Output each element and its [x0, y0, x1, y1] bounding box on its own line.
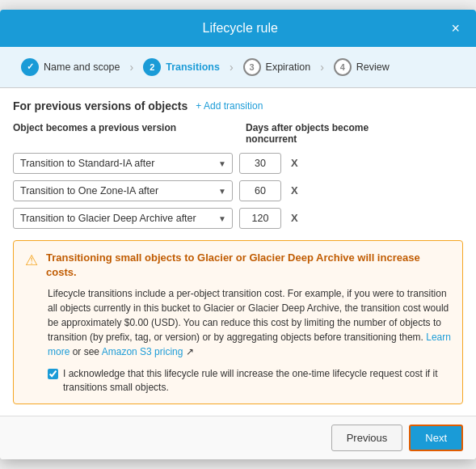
warning-icon: ⚠ — [25, 251, 38, 269]
step-label-3: Expiration — [266, 61, 311, 73]
step-review[interactable]: 4 Review — [326, 55, 398, 79]
transition-select-wrapper-3: Transition to Standard-IA after Transiti… — [13, 208, 233, 229]
step-label-4: Review — [356, 61, 390, 73]
external-link-icon: ↗ — [186, 346, 194, 357]
warning-body-text: Lifecycle transitions include a per-obje… — [48, 288, 449, 343]
table-row: Transition to Standard-IA after Transiti… — [13, 208, 463, 229]
step-circle-2: 2 — [143, 58, 161, 76]
col-transition-label: Object becomes a previous version — [13, 122, 239, 145]
section-title: For previous versions of objects — [13, 99, 187, 112]
lifecycle-rule-modal: Lifecycle rule × ✓ Name and scope › 2 Tr… — [0, 10, 476, 460]
next-button[interactable]: Next — [409, 425, 463, 451]
remove-row-1-button[interactable]: X — [288, 155, 301, 171]
days-input-2[interactable] — [239, 180, 281, 201]
days-input-3[interactable] — [239, 208, 281, 229]
modal-header: Lifecycle rule × — [0, 10, 476, 47]
divider-3: › — [318, 61, 326, 74]
transition-select-2[interactable]: Transition to Standard-IA after Transiti… — [13, 180, 233, 201]
step-circle-3: 3 — [243, 58, 261, 76]
add-transition-link[interactable]: + Add transition — [196, 100, 263, 112]
step-circle-1: ✓ — [21, 58, 39, 76]
step-expiration[interactable]: 3 Expiration — [235, 55, 319, 79]
section-header: For previous versions of objects + Add t… — [13, 99, 463, 112]
divider-1: › — [128, 61, 136, 74]
transition-select-3[interactable]: Transition to Standard-IA after Transiti… — [13, 208, 233, 229]
warning-title: Transitioning small objects to Glacier o… — [46, 251, 451, 280]
table-row: Transition to Standard-IA after Transiti… — [13, 180, 463, 201]
table-row: Transition to Standard-IA after Transiti… — [13, 153, 463, 174]
days-input-1[interactable] — [239, 153, 281, 174]
previous-button[interactable]: Previous — [331, 425, 403, 451]
modal-footer: Previous Next — [0, 416, 476, 459]
step-circle-4: 4 — [334, 58, 352, 76]
transition-select-wrapper-2: Transition to Standard-IA after Transiti… — [13, 180, 233, 201]
transition-select-1[interactable]: Transition to Standard-IA after Transiti… — [13, 153, 233, 174]
table-header: Object becomes a previous version Days a… — [13, 122, 463, 148]
col-days-label: Days after objects become noncurrent — [246, 122, 391, 145]
warning-or-see: or see — [73, 346, 102, 357]
transition-rows: Transition to Standard-IA after Transiti… — [13, 153, 463, 229]
warning-box: ⚠ Transitioning small objects to Glacier… — [13, 240, 463, 405]
acknowledge-row: I acknowledge that this lifecycle rule w… — [48, 367, 451, 395]
stepper: ✓ Name and scope › 2 Transitions › 3 Exp… — [0, 47, 476, 88]
divider-2: › — [228, 61, 235, 74]
transition-select-wrapper-1: Transition to Standard-IA after Transiti… — [13, 153, 233, 174]
modal-title: Lifecycle rule — [32, 21, 448, 36]
step-label-2: Transitions — [166, 61, 220, 73]
step-label-1: Name and scope — [44, 61, 120, 73]
s3-pricing-link[interactable]: Amazon S3 pricing — [102, 346, 183, 357]
warning-title-row: ⚠ Transitioning small objects to Glacier… — [25, 251, 451, 280]
step-name-scope[interactable]: ✓ Name and scope — [13, 55, 128, 79]
modal-body: For previous versions of objects + Add t… — [0, 88, 476, 416]
acknowledge-checkbox[interactable] — [48, 369, 58, 379]
step-transitions[interactable]: 2 Transitions — [135, 55, 228, 79]
remove-row-3-button[interactable]: X — [288, 210, 301, 226]
warning-body: Lifecycle transitions include a per-obje… — [48, 286, 451, 359]
acknowledge-label: I acknowledge that this lifecycle rule w… — [63, 367, 451, 395]
remove-row-2-button[interactable]: X — [288, 183, 301, 198]
close-button[interactable]: × — [448, 19, 463, 37]
